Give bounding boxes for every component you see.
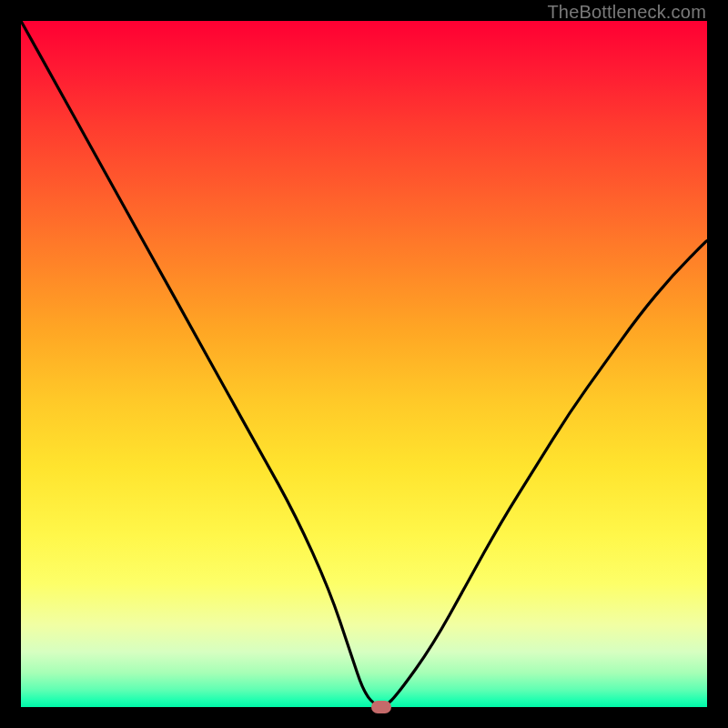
chart-frame: TheBottleneck.com: [0, 0, 728, 728]
plot-area: [21, 21, 707, 707]
optimal-point-marker: [371, 701, 391, 713]
attribution-text: TheBottleneck.com: [547, 2, 706, 23]
bottleneck-curve: [21, 21, 707, 707]
